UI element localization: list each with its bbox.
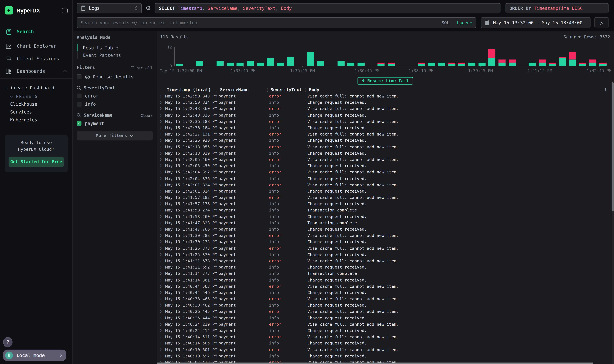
histogram-bar-info[interactable] bbox=[509, 63, 516, 66]
table-row[interactable]: ❯May 15 1:42:05.450 PMpaymentinfoCharge … bbox=[157, 162, 614, 169]
row-expand-chevron-icon[interactable]: ❯ bbox=[159, 119, 165, 123]
row-expand-chevron-icon[interactable]: ❯ bbox=[159, 221, 165, 225]
vertical-scrollbar-thumb[interactable] bbox=[612, 82, 614, 211]
row-expand-chevron-icon[interactable]: ❯ bbox=[159, 189, 165, 193]
row-expand-chevron-icon[interactable]: ❯ bbox=[159, 310, 165, 313]
histogram-bar-info[interactable] bbox=[247, 61, 254, 66]
table-row[interactable]: ❯May 15 1:40:14.511 PMpaymenterrorVisa c… bbox=[157, 334, 614, 340]
row-expand-chevron-icon[interactable]: ❯ bbox=[159, 227, 165, 231]
row-expand-chevron-icon[interactable]: ❯ bbox=[159, 341, 165, 345]
table-row[interactable]: ❯May 15 1:42:43.360 PMpaymenterrorVisa c… bbox=[157, 105, 614, 112]
histogram-bar-error[interactable] bbox=[448, 63, 455, 64]
row-expand-chevron-icon[interactable]: ❯ bbox=[159, 240, 165, 244]
table-row[interactable]: ❯May 15 1:42:36.188 PMpaymenterrorVisa c… bbox=[157, 118, 614, 124]
row-expand-chevron-icon[interactable]: ❯ bbox=[159, 151, 165, 155]
row-expand-chevron-icon[interactable]: ❯ bbox=[159, 278, 165, 282]
histogram-bar-info[interactable] bbox=[347, 63, 354, 66]
table-row[interactable]: ❯May 15 1:42:04.376 PMpaymentinfoCharge … bbox=[157, 175, 614, 182]
sidebar-item-chart-explorer[interactable]: Chart Explorer bbox=[0, 40, 72, 52]
row-expand-chevron-icon[interactable]: ❯ bbox=[159, 214, 165, 218]
histogram-bar-info[interactable] bbox=[579, 64, 586, 66]
row-expand-chevron-icon[interactable]: ❯ bbox=[159, 145, 165, 149]
histogram-bar-info[interactable] bbox=[498, 63, 506, 66]
table-row[interactable]: ❯May 15 1:41:25.373 PMpaymenterrorVisa c… bbox=[157, 245, 614, 251]
histogram-bar-info[interactable] bbox=[438, 63, 445, 66]
table-row[interactable]: ❯May 15 1:41:57.178 PMpaymentinfoCharge … bbox=[157, 200, 614, 207]
histogram-bar-error[interactable] bbox=[458, 63, 465, 64]
row-expand-chevron-icon[interactable]: ❯ bbox=[159, 252, 165, 256]
histogram-bar-info[interactable] bbox=[539, 63, 546, 66]
histogram-bar-error[interactable] bbox=[569, 52, 576, 60]
histogram-bar-info[interactable] bbox=[559, 58, 566, 66]
histogram-bar-info[interactable] bbox=[388, 64, 395, 66]
histogram-bar-error[interactable] bbox=[579, 63, 586, 64]
chart-plot[interactable]: 12 0 May 15 1:32:00 PM1:33:45 PM1:35:15 … bbox=[174, 47, 611, 66]
table-row[interactable]: ❯May 15 1:41:30.283 PMpaymenterrorVisa c… bbox=[157, 232, 614, 239]
table-row[interactable]: ❯May 15 1:41:25.370 PMpaymentinfoCharge … bbox=[157, 251, 614, 258]
histogram-bar-info[interactable] bbox=[287, 57, 294, 66]
table-row[interactable]: ❯May 15 1:40:44.563 PMpaymenterrorVisa c… bbox=[157, 283, 614, 289]
row-expand-chevron-icon[interactable]: ❯ bbox=[159, 208, 165, 212]
presets-toggle[interactable]: PRESETS bbox=[0, 92, 72, 100]
preset-item-clickhouse[interactable]: Clickhouse bbox=[0, 100, 72, 108]
table-row[interactable]: ❯May 15 1:40:14.505 PMpaymentinfoCharge … bbox=[157, 340, 614, 346]
row-expand-chevron-icon[interactable]: ❯ bbox=[159, 157, 165, 161]
histogram-bar-info[interactable] bbox=[549, 64, 556, 66]
histogram-bar-error[interactable] bbox=[589, 60, 596, 63]
row-expand-chevron-icon[interactable]: ❯ bbox=[159, 290, 165, 294]
filter-option-info[interactable]: info bbox=[77, 101, 153, 107]
mode-results-table[interactable]: Results Table bbox=[77, 44, 153, 51]
horizontal-scrollbar[interactable] bbox=[157, 363, 611, 364]
histogram-bar-info[interactable] bbox=[478, 63, 485, 66]
table-row[interactable]: ❯May 15 1:40:24.219 PMpaymenterrorVisa c… bbox=[157, 321, 614, 327]
histogram-bar-info[interactable] bbox=[357, 63, 365, 66]
checkbox[interactable] bbox=[77, 102, 81, 106]
select-query-input[interactable]: SELECT Timestamp, ServiceName, SeverityT… bbox=[155, 3, 500, 13]
row-expand-chevron-icon[interactable]: ❯ bbox=[159, 94, 165, 98]
filter-option-error[interactable]: error bbox=[77, 93, 153, 99]
sidebar-item-search[interactable]: Search bbox=[0, 26, 72, 38]
search-input[interactable] bbox=[81, 20, 442, 26]
mode-event-patterns[interactable]: Event Patterns bbox=[77, 51, 153, 59]
table-row[interactable]: ❯May 15 1:42:50.843 PMpaymenterrorVisa c… bbox=[157, 93, 614, 99]
histogram-bar-info[interactable] bbox=[196, 61, 203, 66]
row-expand-chevron-icon[interactable]: ❯ bbox=[159, 132, 165, 136]
row-expand-chevron-icon[interactable]: ❯ bbox=[159, 113, 165, 117]
histogram-bar-info[interactable] bbox=[448, 64, 455, 66]
table-row[interactable]: ❯May 15 1:40:26.445 PMpaymenterrorVisa c… bbox=[157, 308, 614, 314]
row-expand-chevron-icon[interactable]: ❯ bbox=[159, 107, 165, 111]
table-row[interactable]: ❯May 15 1:41:21.652 PMpaymentinfoCharge … bbox=[157, 264, 614, 270]
histogram-bar-info[interactable] bbox=[468, 63, 475, 66]
preset-item-kubernetes[interactable]: Kubernetes bbox=[0, 116, 72, 124]
row-expand-chevron-icon[interactable]: ❯ bbox=[159, 335, 165, 339]
histogram-bar-info[interactable] bbox=[216, 61, 223, 66]
histogram-bar-info[interactable] bbox=[267, 58, 274, 66]
chevron-up-icon[interactable] bbox=[63, 70, 67, 72]
row-expand-chevron-icon[interactable]: ❯ bbox=[159, 259, 165, 263]
histogram-bar-info[interactable] bbox=[589, 63, 596, 66]
sidebar-item-client-sessions[interactable]: Client Sessions bbox=[0, 52, 72, 65]
source-select[interactable]: Logs bbox=[77, 3, 142, 13]
histogram-bar-info[interactable] bbox=[488, 58, 496, 66]
vertical-scrollbar[interactable] bbox=[612, 81, 614, 364]
table-row[interactable]: ❯May 15 1:42:13.019 PMpaymentinfoCharge … bbox=[157, 150, 614, 156]
row-expand-chevron-icon[interactable]: ❯ bbox=[159, 348, 165, 351]
table-row[interactable]: ❯May 15 1:42:50.834 PMpaymentinfoCharge … bbox=[157, 99, 614, 105]
histogram-bar-info[interactable] bbox=[428, 63, 435, 66]
preset-item-services[interactable]: Services bbox=[0, 108, 72, 116]
create-dashboard-button[interactable]: + Create Dashboard bbox=[0, 83, 72, 92]
row-expand-chevron-icon[interactable]: ❯ bbox=[159, 316, 165, 320]
col-severitytext[interactable]: SeverityText bbox=[269, 87, 307, 92]
histogram-bar-error[interactable] bbox=[549, 63, 556, 64]
table-row[interactable]: ❯May 15 1:41:47.766 PMpaymentinfoCharge … bbox=[157, 226, 614, 232]
histogram-bar-info[interactable] bbox=[277, 63, 284, 66]
row-expand-chevron-icon[interactable]: ❯ bbox=[159, 100, 165, 104]
table-options-kebab-icon[interactable]: ⋮ bbox=[603, 87, 608, 92]
table-row[interactable]: ❯May 15 1:40:38.462 PMpaymentinfoCharge … bbox=[157, 302, 614, 308]
row-expand-chevron-icon[interactable]: ❯ bbox=[159, 176, 165, 180]
table-row[interactable]: ❯May 15 1:40:10.597 PMpaymentinfoCharge … bbox=[157, 353, 614, 359]
horizontal-scrollbar-thumb[interactable] bbox=[157, 363, 593, 364]
row-expand-chevron-icon[interactable]: ❯ bbox=[159, 138, 165, 142]
histogram-bar-info[interactable] bbox=[307, 52, 314, 66]
row-expand-chevron-icon[interactable]: ❯ bbox=[159, 234, 165, 237]
